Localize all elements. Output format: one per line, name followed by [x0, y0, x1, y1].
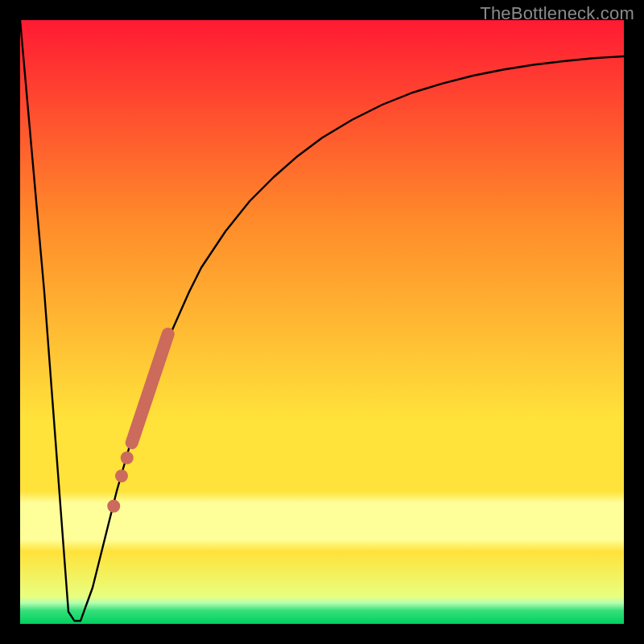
plot-background: [20, 20, 624, 624]
bottleneck-chart: [0, 0, 644, 644]
marker-dot-1: [115, 469, 128, 482]
marker-dot-2: [107, 500, 120, 513]
chart-stage: TheBottleneck.com: [0, 0, 644, 644]
watermark-text: TheBottleneck.com: [480, 3, 634, 24]
marker-dot-0: [121, 452, 134, 464]
